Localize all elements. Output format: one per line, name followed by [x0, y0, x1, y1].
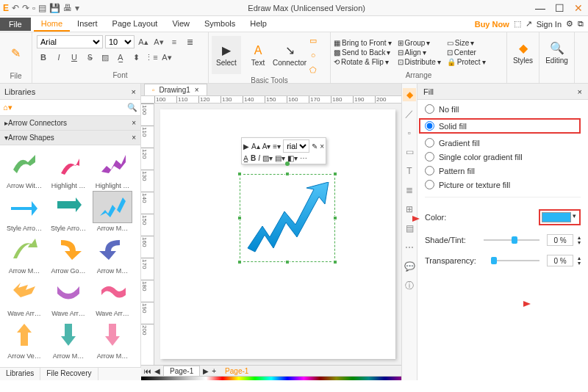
font-color-icon[interactable]: A̲: [114, 51, 127, 64]
strike-icon[interactable]: S̶: [83, 51, 96, 64]
rect-shape-icon[interactable]: ▭: [306, 34, 320, 47]
italic-icon[interactable]: I: [258, 154, 260, 162]
page-nav-next[interactable]: ▶: [203, 367, 209, 375]
radio-picture-fill[interactable]: Picture or texture fill: [425, 180, 581, 189]
shade-slider[interactable]: [484, 239, 539, 241]
close-tab-icon[interactable]: ×: [195, 86, 199, 94]
resize-handle[interactable]: [237, 216, 242, 220]
shade-value[interactable]: 0 %: [547, 234, 573, 246]
doc-tab-drawing1[interactable]: ▫Drawing1×: [144, 84, 207, 95]
close-icon[interactable]: ×: [320, 142, 324, 150]
bold-icon[interactable]: B: [37, 51, 50, 64]
send-back-button[interactable]: ▩Send to Back ▾: [334, 48, 392, 57]
line-tab-icon[interactable]: ／: [403, 107, 416, 120]
page-add[interactable]: +: [212, 367, 216, 375]
font-size-select[interactable]: 10: [105, 35, 135, 48]
page-tab-2[interactable]: Page-1: [219, 366, 254, 376]
decrease-font-icon[interactable]: A▾: [152, 35, 165, 48]
cart-icon[interactable]: ⬚: [514, 19, 521, 29]
maximize-button[interactable]: ☐: [553, 2, 566, 14]
shape-thumb[interactable]: Wave Arr…: [47, 276, 90, 317]
fill-icon[interactable]: ▨▾: [262, 154, 273, 162]
resize-handle[interactable]: [333, 216, 337, 220]
page-nav-first[interactable]: ⏮: [144, 367, 151, 375]
color-swatch[interactable]: ▾: [539, 209, 581, 225]
redo-icon[interactable]: ↷: [22, 3, 29, 13]
brush-icon[interactable]: ✎: [312, 142, 318, 150]
shape-thumb[interactable]: Style Arro…: [47, 191, 90, 232]
share-icon[interactable]: ↗: [526, 19, 532, 29]
ruler-tab-icon[interactable]: ▤: [403, 222, 416, 235]
text-effects-icon[interactable]: A▾: [160, 51, 173, 64]
undo-icon[interactable]: ↶: [12, 3, 19, 13]
distribute-button[interactable]: ⊡Distribute ▾: [398, 58, 441, 66]
lib-section-connectors[interactable]: ▸ Arrow Connectors×: [0, 116, 140, 131]
shape-thumb[interactable]: Arrow M…: [3, 233, 46, 275]
shape-thumb[interactable]: Arrow Ve…: [3, 319, 46, 360]
align-button[interactable]: ⊟Align ▾: [398, 48, 441, 57]
minimize-button[interactable]: —: [534, 2, 547, 14]
font-dec-icon[interactable]: A▾: [262, 142, 271, 150]
center-button[interactable]: ⊡Center: [447, 48, 486, 57]
resize-handle[interactable]: [285, 172, 290, 176]
mini-font-select[interactable]: rial: [283, 139, 309, 153]
arrow-shape[interactable]: [244, 182, 332, 255]
lib-section-shapes[interactable]: ▾ Arrow Shapes×: [0, 131, 140, 145]
shape-thumb-selected[interactable]: Arrow M…: [91, 191, 134, 232]
fill-tab-icon[interactable]: ◆: [403, 88, 416, 101]
tab-symbols[interactable]: Symbols: [197, 17, 243, 32]
tab-home[interactable]: Home: [34, 17, 70, 32]
sign-in-link[interactable]: Sign In: [537, 20, 562, 29]
resize-handle[interactable]: [237, 172, 242, 176]
file-menu[interactable]: File: [0, 18, 31, 31]
shape-thumb[interactable]: Arrow M…: [47, 319, 90, 360]
rotate-flip-button[interactable]: ⟲Rotate & Flip ▾: [334, 58, 392, 66]
spinner-icon[interactable]: ▴▾: [578, 235, 581, 245]
line-icon[interactable]: ▤▾: [275, 154, 285, 162]
transparency-slider[interactable]: [491, 260, 539, 261]
shape-thumb[interactable]: Arrow Go…: [47, 233, 90, 275]
close-button[interactable]: ✕: [572, 2, 585, 14]
text-tab-icon[interactable]: T: [403, 164, 416, 178]
resize-handle[interactable]: [285, 260, 290, 264]
radio-no-fill[interactable]: No fill: [425, 104, 581, 114]
bold-icon[interactable]: B: [251, 154, 256, 162]
styles-button[interactable]: ◆Styles: [510, 34, 536, 72]
buy-now-link[interactable]: Buy Now: [475, 20, 509, 29]
lib-tab-libraries[interactable]: Libraries: [0, 368, 40, 380]
tab-help[interactable]: Help: [243, 17, 274, 32]
close-fill-icon[interactable]: ×: [578, 87, 582, 96]
rotate-handle[interactable]: [285, 161, 290, 166]
drawing-page[interactable]: ▶ A▴ A▾ ≡▾ rial ✎ × A̲ B I ▨▾ ▤▾ ◧: [160, 109, 395, 359]
layers-tab-icon[interactable]: ≣: [403, 184, 416, 197]
selection-box[interactable]: [240, 174, 335, 262]
size-button[interactable]: ▭Size ▾: [447, 39, 486, 47]
shape-thumb[interactable]: Wave Arr…: [3, 276, 46, 317]
shape-thumb[interactable]: Style Arro…: [3, 191, 46, 232]
help-icon[interactable]: ⧉: [578, 19, 584, 29]
gear-icon[interactable]: ⚙: [566, 19, 573, 29]
font-family-select[interactable]: Arial: [37, 35, 103, 48]
highlight-icon[interactable]: ▨: [98, 51, 112, 64]
fontcolor-icon[interactable]: A̲: [243, 154, 248, 162]
more-icon[interactable]: ⋯: [300, 154, 307, 162]
new-icon[interactable]: ▫: [32, 3, 35, 13]
cursor-icon[interactable]: ▶: [243, 142, 249, 150]
font-inc-icon[interactable]: A▴: [251, 142, 260, 150]
save-icon[interactable]: 💾: [49, 3, 60, 13]
more-tab-icon[interactable]: ⋯: [403, 241, 416, 254]
print-icon[interactable]: 🖶: [63, 3, 72, 13]
shadow-icon[interactable]: ◧▾: [287, 154, 298, 162]
lib-tab-recovery[interactable]: File Recovery: [40, 368, 98, 380]
shape-thumb[interactable]: Arrow M…: [91, 319, 134, 360]
select-tool[interactable]: ▶Select: [212, 36, 241, 74]
shape-thumb[interactable]: Highlight …: [91, 148, 134, 189]
align-icon[interactable]: ≡▾: [273, 142, 281, 150]
align-left-icon[interactable]: ≡: [168, 35, 181, 48]
underline-icon[interactable]: U: [68, 51, 81, 64]
bring-front-button[interactable]: ▦Bring to Front ▾: [334, 39, 392, 47]
line-spacing-icon[interactable]: ≣: [183, 35, 196, 48]
protect-button[interactable]: 🔒Protect ▾: [447, 58, 486, 66]
shape-thumb[interactable]: Arrow M…: [91, 233, 134, 275]
page-nav-prev[interactable]: ◀: [154, 367, 160, 375]
